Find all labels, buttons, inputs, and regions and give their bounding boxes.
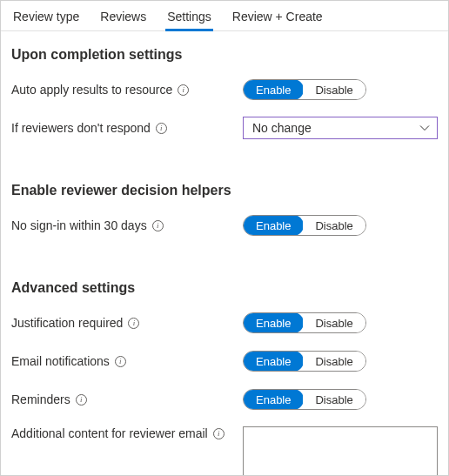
toggle-no-signin-enable[interactable]: Enable bbox=[243, 215, 304, 236]
toggle-email-disable[interactable]: Disable bbox=[303, 352, 365, 371]
info-icon[interactable]: i bbox=[76, 394, 87, 406]
label-auto-apply-text: Auto apply results to resource bbox=[11, 83, 172, 97]
settings-panel: Upon completion settings Auto apply resu… bbox=[1, 31, 448, 476]
section-title-completion: Upon completion settings bbox=[11, 47, 438, 63]
tab-settings[interactable]: Settings bbox=[165, 6, 213, 30]
label-justification-text: Justification required bbox=[11, 316, 123, 330]
label-no-respond-text: If reviewers don't respond bbox=[11, 121, 151, 135]
tab-reviews[interactable]: Reviews bbox=[98, 6, 148, 30]
tab-review-type[interactable]: Review type bbox=[11, 6, 81, 30]
label-additional-content-text: Additional content for reviewer email bbox=[11, 426, 208, 440]
toggle-reminders[interactable]: Enable Disable bbox=[243, 389, 366, 410]
info-icon[interactable]: i bbox=[115, 356, 126, 367]
toggle-justification[interactable]: Enable Disable bbox=[243, 312, 366, 333]
row-additional-content: Additional content for reviewer email i bbox=[11, 426, 438, 476]
section-title-helpers: Enable reviewer decision helpers bbox=[11, 183, 438, 198]
toggle-no-signin-disable[interactable]: Disable bbox=[303, 216, 365, 235]
label-no-signin: No sign-in within 30 days i bbox=[11, 218, 243, 232]
tab-bar: Review type Reviews Settings Review + Cr… bbox=[1, 1, 448, 31]
toggle-auto-apply[interactable]: Enable Disable bbox=[243, 79, 366, 100]
row-email: Email notifications i Enable Disable bbox=[11, 350, 438, 372]
toggle-justification-disable[interactable]: Disable bbox=[303, 313, 365, 332]
toggle-reminders-disable[interactable]: Disable bbox=[303, 390, 365, 409]
label-email: Email notifications i bbox=[11, 354, 243, 368]
label-additional-content: Additional content for reviewer email i bbox=[11, 426, 243, 440]
select-no-respond[interactable]: No change bbox=[243, 117, 438, 139]
row-justification: Justification required i Enable Disable bbox=[11, 312, 438, 334]
label-email-text: Email notifications bbox=[11, 354, 110, 368]
toggle-reminders-enable[interactable]: Enable bbox=[243, 389, 304, 410]
textarea-additional-content[interactable] bbox=[243, 426, 438, 476]
info-icon[interactable]: i bbox=[152, 220, 164, 231]
toggle-auto-apply-enable[interactable]: Enable bbox=[243, 79, 304, 100]
info-icon[interactable]: i bbox=[213, 428, 224, 439]
label-reminders: Reminders i bbox=[11, 392, 243, 406]
tab-review-create[interactable]: Review + Create bbox=[231, 6, 325, 30]
toggle-justification-enable[interactable]: Enable bbox=[243, 312, 304, 333]
toggle-no-signin[interactable]: Enable Disable bbox=[243, 215, 366, 236]
info-icon[interactable]: i bbox=[128, 318, 139, 329]
row-auto-apply: Auto apply results to resource i Enable … bbox=[11, 78, 438, 101]
info-icon[interactable]: i bbox=[156, 123, 167, 134]
select-no-respond-value: No change bbox=[252, 121, 312, 135]
toggle-email[interactable]: Enable Disable bbox=[243, 351, 366, 372]
row-no-respond: If reviewers don't respond i No change bbox=[11, 117, 438, 139]
label-reminders-text: Reminders bbox=[11, 392, 70, 406]
info-icon[interactable]: i bbox=[178, 84, 189, 96]
label-auto-apply: Auto apply results to resource i bbox=[11, 83, 243, 97]
label-no-signin-text: No sign-in within 30 days bbox=[11, 218, 147, 232]
section-title-advanced: Advanced settings bbox=[11, 280, 438, 296]
row-reminders: Reminders i Enable Disable bbox=[11, 388, 438, 411]
toggle-email-enable[interactable]: Enable bbox=[243, 351, 304, 372]
label-justification: Justification required i bbox=[11, 316, 243, 330]
toggle-auto-apply-disable[interactable]: Disable bbox=[303, 80, 365, 99]
chevron-down-icon bbox=[419, 124, 430, 131]
label-no-respond: If reviewers don't respond i bbox=[11, 121, 243, 135]
row-no-signin: No sign-in within 30 days i Enable Disab… bbox=[11, 214, 438, 237]
